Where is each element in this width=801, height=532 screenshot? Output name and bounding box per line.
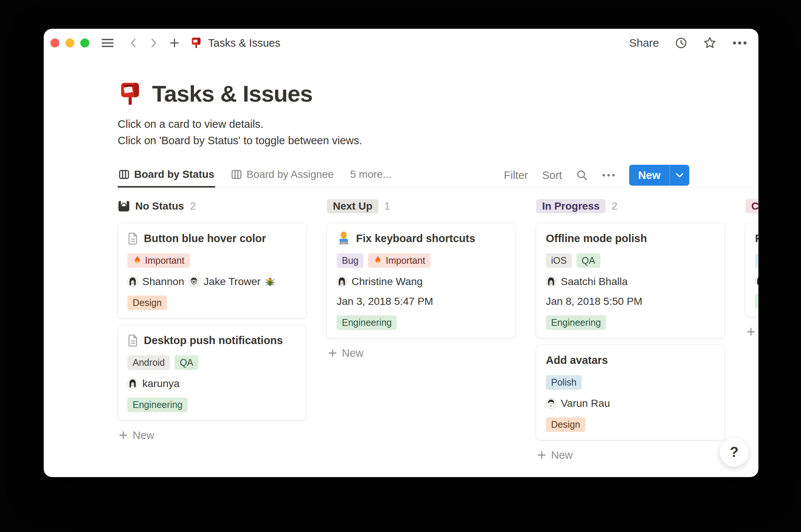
column-title-pill[interactable]: C (745, 199, 758, 213)
avatar (127, 276, 138, 287)
card-title: Fix keyboard shortcuts (356, 232, 475, 245)
kanban-card[interactable]: Add avatarsPolishVarun RauDesign (536, 345, 725, 440)
card-property-row: Polish (546, 375, 715, 390)
card-date: Jan 3, 2018 5:47 PM (337, 296, 433, 307)
column-header: In Progress2 (536, 198, 725, 214)
column-header: Next Up1 (327, 198, 516, 214)
board-view-icon (231, 169, 242, 180)
tag-label: Polish (551, 377, 576, 388)
tab-label: 5 more... (350, 168, 391, 180)
favorite-button[interactable] (703, 36, 717, 50)
tab-board-by-assignee[interactable]: Board by Assignee (230, 163, 335, 188)
card-property-row: karunya (127, 378, 297, 390)
add-card-button[interactable]: New (745, 324, 758, 340)
card-property-row: Design (546, 417, 715, 432)
nav-back-button[interactable] (129, 38, 138, 48)
page-emoji-mailbox[interactable] (118, 81, 142, 107)
tag-p: P (755, 253, 758, 268)
card-property-row: Engineering (127, 398, 297, 412)
tag-important: Important (127, 253, 190, 268)
tag-engineering: Engineering (337, 315, 397, 330)
tag-label: Android (133, 357, 165, 368)
titlebar-title: Tasks & Issues (208, 37, 280, 49)
kanban-card[interactable]: Fix keyboard shortcutsBugImportantChrist… (327, 223, 516, 338)
column-header: C (745, 198, 758, 214)
clock-history-icon (675, 37, 687, 49)
tag-label: Design (551, 419, 580, 430)
column-title-pill[interactable]: In Progress (536, 199, 606, 213)
history-button[interactable] (675, 37, 687, 49)
person-name: karunya (142, 378, 180, 390)
search-icon (576, 169, 588, 181)
tag-bug: Bug (337, 253, 364, 268)
fire-icon (373, 256, 383, 266)
tag-label: Engineering (551, 317, 601, 328)
tag-engineering: Engineering (546, 315, 606, 330)
mailbox-icon (190, 37, 202, 49)
tag-engineering: Engineering (127, 398, 188, 412)
nav-forward-button[interactable] (149, 38, 158, 48)
person-name: Jake Trower (204, 276, 261, 288)
view-tabs: Board by Status Board by Assignee 5 more… (118, 163, 392, 188)
tag-e: E (755, 294, 758, 309)
tab-more-views[interactable]: 5 more... (349, 163, 392, 188)
add-card-button[interactable]: New (327, 345, 516, 361)
tag-label: Engineering (133, 399, 182, 410)
column-count: 1 (384, 200, 390, 212)
person: karunya (127, 378, 180, 390)
card-title: R (755, 232, 758, 245)
tag-ios: iOS (546, 253, 572, 268)
tag-label: QA (582, 255, 595, 266)
tab-label: Board by Status (134, 168, 214, 180)
kanban-card[interactable]: RPE (745, 223, 758, 317)
page-header: Tasks & Issues Click on a card to view d… (118, 80, 758, 149)
kanban-card[interactable]: Desktop push notificationsAndroidQAkarun… (118, 325, 306, 420)
chevron-right-icon (149, 38, 158, 48)
board-view-icon (118, 169, 130, 180)
sidebar-toggle-button[interactable] (101, 38, 114, 48)
plus-icon (746, 327, 756, 337)
ellipsis-icon (602, 174, 615, 177)
close-button[interactable] (50, 38, 59, 47)
zoom-button[interactable] (80, 38, 89, 47)
add-card-label: New (551, 449, 573, 461)
tag-label: Engineering (342, 317, 392, 328)
more-button[interactable] (732, 41, 747, 45)
add-card-button[interactable]: New (536, 447, 725, 463)
column-title-pill[interactable]: Next Up (327, 199, 378, 213)
card-property-row: Christine Wang (337, 276, 506, 288)
minimize-button[interactable] (65, 38, 74, 47)
share-button[interactable]: Share (629, 37, 659, 49)
card-property-row: E (755, 294, 758, 309)
add-card-label: New (133, 429, 154, 442)
kanban-board: No Status2Button blue hover colorImporta… (118, 198, 758, 463)
column-title-label: No Status (135, 200, 184, 212)
card-title: Button blue hover color (144, 232, 266, 245)
person-name: Christine Wang (352, 276, 423, 288)
page-title[interactable]: Tasks & Issues (152, 80, 312, 107)
new-button-dropdown[interactable] (669, 165, 689, 186)
view-options-button[interactable] (602, 174, 615, 177)
board-column: No Status2Button blue hover colorImporta… (118, 198, 306, 463)
person: Varun Rau (546, 398, 610, 409)
sort-button[interactable]: Sort (542, 169, 562, 182)
search-button[interactable] (576, 169, 588, 181)
kanban-card[interactable]: Button blue hover colorImportantShannonJ… (118, 223, 306, 318)
avatar (189, 276, 199, 287)
board-column: CRPENew (745, 198, 758, 463)
help-button[interactable]: ? (720, 437, 749, 467)
new-tab-button[interactable] (169, 38, 180, 48)
card-title: Offline mode polish (546, 232, 647, 245)
hamburger-icon (101, 38, 114, 48)
kanban-card[interactable]: Offline mode polishiOSQASaatchi BhallaJa… (536, 223, 725, 338)
card-title: Add avatars (546, 354, 608, 366)
tag-label: Bug (342, 255, 358, 266)
add-card-button[interactable]: New (118, 427, 306, 443)
page-emoji-small (190, 37, 202, 49)
filter-button[interactable]: Filter (504, 169, 528, 182)
column-title[interactable]: No Status (118, 200, 184, 212)
tab-board-by-status[interactable]: Board by Status (118, 163, 215, 188)
page-description-line1: Click on a card to view details. (118, 116, 758, 132)
new-button[interactable]: New (629, 165, 669, 186)
ellipsis-icon (732, 41, 747, 45)
